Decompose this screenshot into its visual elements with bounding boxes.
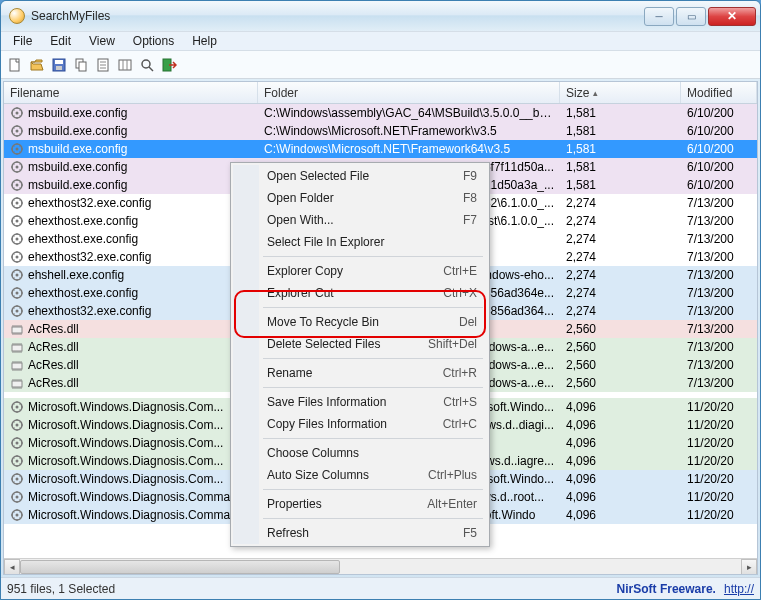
cell-filename: ehexthost.exe.config <box>4 286 258 300</box>
save-icon[interactable] <box>49 55 69 75</box>
col-modified[interactable]: Modified <box>681 82 757 103</box>
cell-size: 4,096 <box>560 508 681 522</box>
window-title: SearchMyFiles <box>31 9 644 23</box>
context-menu-separator <box>263 387 483 388</box>
cell-modified: 7/13/200 <box>681 286 757 300</box>
svg-point-35 <box>16 274 19 277</box>
svg-point-33 <box>16 256 19 259</box>
scroll-right-icon[interactable]: ▸ <box>741 559 757 575</box>
context-menu-item[interactable]: PropertiesAlt+Enter <box>233 493 487 515</box>
svg-rect-0 <box>10 59 19 71</box>
menu-options[interactable]: Options <box>125 32 182 50</box>
context-menu: Open Selected FileF9Open FolderF8Open Wi… <box>230 162 490 547</box>
context-menu-item[interactable]: Delete Selected FilesShift+Del <box>233 333 487 355</box>
context-menu-label: Explorer Copy <box>267 264 427 278</box>
col-filename[interactable]: Filename <box>4 82 258 103</box>
maximize-button[interactable]: ▭ <box>676 7 706 26</box>
cell-modified: 6/10/200 <box>681 124 757 138</box>
context-menu-item[interactable]: RefreshF5 <box>233 522 487 544</box>
find-icon[interactable] <box>137 55 157 75</box>
context-menu-item[interactable]: Copy Files InformationCtrl+C <box>233 413 487 435</box>
svg-line-14 <box>149 67 153 71</box>
cell-size: 2,274 <box>560 214 681 228</box>
menu-edit[interactable]: Edit <box>42 32 79 50</box>
context-menu-label: Select File In Explorer <box>267 235 477 249</box>
menu-file[interactable]: File <box>5 32 40 50</box>
context-menu-label: Properties <box>267 497 411 511</box>
exit-icon[interactable] <box>159 55 179 75</box>
context-menu-item[interactable]: Select File In Explorer <box>233 231 487 253</box>
col-folder[interactable]: Folder <box>258 82 560 103</box>
context-menu-item[interactable]: Move To Recycle BinDel <box>233 311 487 333</box>
context-menu-label: Open Folder <box>267 191 447 205</box>
table-row[interactable]: msbuild.exe.configC:\Windows\Microsoft.N… <box>4 122 757 140</box>
columns-icon[interactable] <box>115 55 135 75</box>
cell-size: 1,581 <box>560 142 681 156</box>
cell-modified: 6/10/200 <box>681 142 757 156</box>
new-search-icon[interactable] <box>5 55 25 75</box>
svg-point-17 <box>16 112 19 115</box>
menu-help[interactable]: Help <box>184 32 225 50</box>
cell-modified: 7/13/200 <box>681 232 757 246</box>
table-row[interactable]: msbuild.exe.configC:\Windows\Microsoft.N… <box>4 140 757 158</box>
context-menu-label: Copy Files Information <box>267 417 427 431</box>
context-menu-label: Auto Size Columns <box>267 468 412 482</box>
context-menu-item[interactable]: Auto Size ColumnsCtrl+Plus <box>233 464 487 486</box>
cell-modified: 11/20/20 <box>681 490 757 504</box>
cell-modified: 7/13/200 <box>681 268 757 282</box>
svg-rect-5 <box>79 62 86 71</box>
context-menu-label: Move To Recycle Bin <box>267 315 443 329</box>
cell-modified: 7/13/200 <box>681 196 757 210</box>
copy-icon[interactable] <box>71 55 91 75</box>
cell-modified: 11/20/20 <box>681 472 757 486</box>
properties-icon[interactable] <box>93 55 113 75</box>
svg-rect-43 <box>12 381 22 387</box>
context-menu-item[interactable]: Open With...F7 <box>233 209 487 231</box>
context-menu-item[interactable]: Open Selected FileF9 <box>233 165 487 187</box>
context-menu-label: Choose Columns <box>267 446 477 460</box>
svg-point-45 <box>16 406 19 409</box>
context-menu-separator <box>263 438 483 439</box>
vendor-link[interactable]: http:// <box>724 582 754 596</box>
titlebar[interactable]: SearchMyFiles ─ ▭ ✕ <box>1 1 760 31</box>
context-menu-separator <box>263 307 483 308</box>
cell-modified: 6/10/200 <box>681 106 757 120</box>
cell-size: 2,560 <box>560 322 681 336</box>
context-menu-shortcut: Del <box>459 315 477 329</box>
context-menu-shortcut: Ctrl+R <box>443 366 477 380</box>
context-menu-item[interactable]: Open FolderF8 <box>233 187 487 209</box>
cell-size: 4,096 <box>560 490 681 504</box>
table-row[interactable]: msbuild.exe.configC:\Windows\assembly\GA… <box>4 104 757 122</box>
close-button[interactable]: ✕ <box>708 7 756 26</box>
scroll-thumb[interactable] <box>20 560 340 574</box>
cell-filename: Microsoft.Windows.Diagnosis.Com... <box>4 454 258 468</box>
cell-size: 2,560 <box>560 376 681 390</box>
cell-modified: 7/13/200 <box>681 214 757 228</box>
context-menu-shortcut: Ctrl+E <box>443 264 477 278</box>
scroll-left-icon[interactable]: ◂ <box>4 559 20 575</box>
context-menu-item[interactable]: Save Files InformationCtrl+S <box>233 391 487 413</box>
svg-point-51 <box>16 460 19 463</box>
horizontal-scrollbar[interactable]: ◂ ▸ <box>4 558 757 574</box>
context-menu-shortcut: F8 <box>463 191 477 205</box>
cell-filename: ehexthost.exe.config <box>4 214 258 228</box>
cell-size: 4,096 <box>560 400 681 414</box>
context-menu-item[interactable]: Explorer CopyCtrl+E <box>233 260 487 282</box>
cell-size: 2,274 <box>560 196 681 210</box>
context-menu-shortcut: Alt+Enter <box>427 497 477 511</box>
col-size[interactable]: Size▴ <box>560 82 681 103</box>
cell-size: 1,581 <box>560 160 681 174</box>
context-menu-separator <box>263 358 483 359</box>
context-menu-item[interactable]: Explorer CutCtrl+X <box>233 282 487 304</box>
cell-modified: 7/13/200 <box>681 322 757 336</box>
open-icon[interactable] <box>27 55 47 75</box>
cell-size: 4,096 <box>560 454 681 468</box>
cell-size: 2,274 <box>560 232 681 246</box>
svg-rect-40 <box>12 327 22 333</box>
svg-point-49 <box>16 442 19 445</box>
context-menu-item[interactable]: Choose Columns <box>233 442 487 464</box>
minimize-button[interactable]: ─ <box>644 7 674 26</box>
cell-modified: 7/13/200 <box>681 358 757 372</box>
menu-view[interactable]: View <box>81 32 123 50</box>
context-menu-item[interactable]: RenameCtrl+R <box>233 362 487 384</box>
